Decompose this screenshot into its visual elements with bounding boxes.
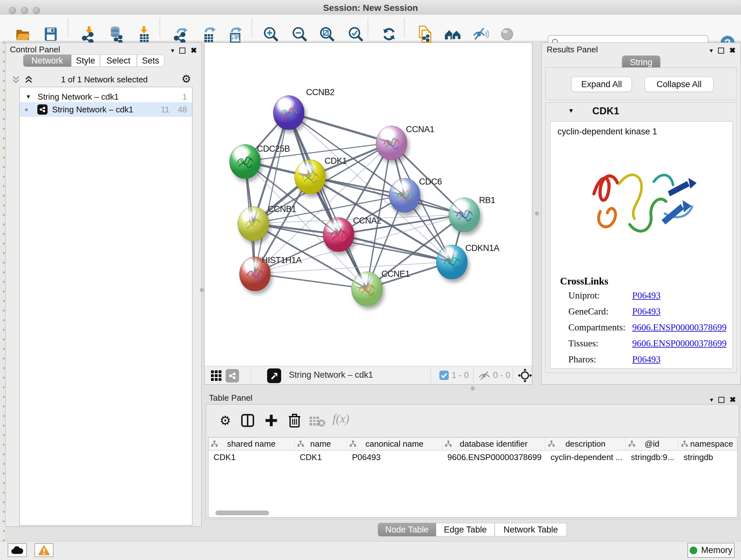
table-cell[interactable]: cyclin-dependent ... (545, 450, 626, 464)
collection-expand-arrow-icon[interactable]: ▼ (25, 94, 31, 100)
crosslink-link[interactable]: P06493 (632, 290, 661, 301)
hide-selected-icon[interactable] (472, 25, 489, 43)
table-cell[interactable]: CDK1 (294, 450, 347, 464)
float-panel-icon[interactable]: ▾ (171, 47, 174, 54)
network-node-cdk1[interactable] (294, 160, 326, 194)
function-builder-icon[interactable]: f(x) (333, 412, 349, 426)
network-label: String Network – cdk1 (52, 105, 133, 115)
maximize-panel-icon[interactable] (718, 397, 724, 403)
column-header[interactable]: description (545, 437, 626, 450)
column-header[interactable]: canonical name (347, 437, 442, 450)
float-panel-icon[interactable]: ▾ (710, 396, 713, 403)
close-panel-icon[interactable]: ✖ (729, 46, 736, 55)
crosslink-link[interactable]: 9606.ENSP00000378699 (632, 338, 727, 349)
crosslink-link[interactable]: P06493 (632, 306, 661, 317)
homes-icon[interactable] (444, 25, 461, 43)
tab-style[interactable]: Style (71, 55, 100, 67)
collapse-all-networks-icon[interactable] (11, 75, 21, 85)
import-table-icon[interactable] (135, 25, 152, 43)
close-panel-icon[interactable]: ✖ (191, 46, 197, 55)
zoom-selected-icon[interactable] (347, 25, 364, 43)
network-node-cdc25b[interactable] (229, 144, 261, 179)
close-panel-icon[interactable]: ✖ (730, 395, 736, 404)
warning-status-button[interactable] (35, 543, 54, 557)
export-network-icon[interactable] (172, 25, 190, 43)
expand-all-networks-icon[interactable] (24, 75, 33, 85)
delete-table-icon[interactable] (309, 415, 326, 428)
export-table-icon[interactable] (200, 25, 218, 43)
show-columns-icon[interactable] (241, 414, 255, 429)
save-session-icon[interactable] (42, 25, 59, 43)
network-node-ccnb1[interactable] (238, 206, 269, 241)
tab-network-table[interactable]: Network Table (495, 523, 567, 537)
network-node-cdkn1a[interactable] (436, 245, 468, 279)
column-header[interactable]: database identifier (442, 437, 545, 450)
network-node-cdc6[interactable] (389, 178, 420, 212)
cloud-status-button[interactable] (8, 543, 27, 557)
birdseye-view-icon[interactable] (267, 368, 281, 383)
crosslink-link[interactable]: 9606.ENSP00000378699 (632, 322, 727, 333)
network-options-gear-icon[interactable]: ⚙ (182, 73, 191, 84)
table-cell[interactable]: 9606.ENSP00000378699 (442, 450, 545, 464)
file-share-icon[interactable] (417, 25, 434, 43)
export-image-icon[interactable] (227, 25, 245, 43)
network-node-ccne1[interactable] (351, 272, 383, 306)
zoom-fit-icon[interactable] (319, 25, 336, 43)
open-session-icon[interactable] (14, 25, 31, 43)
add-column-icon[interactable] (264, 414, 278, 429)
background-window-edge (0, 41, 5, 560)
import-database-icon[interactable] (108, 25, 125, 43)
horizontal-splitter-handle[interactable] (471, 386, 475, 390)
tab-select[interactable]: Select (100, 55, 137, 67)
fit-content-crosshair-icon[interactable] (518, 368, 532, 384)
network-node-ccna1[interactable] (376, 126, 407, 160)
expand-all-button[interactable]: Expand All (571, 77, 632, 92)
collapse-all-button[interactable]: Collapse All (645, 77, 714, 92)
tab-sets[interactable]: Sets (137, 55, 164, 67)
section-collapse-arrow-icon[interactable]: ▼ (568, 107, 574, 114)
tab-edge-table[interactable]: Edge Table (436, 523, 495, 537)
column-header[interactable]: @id (626, 437, 678, 450)
maximize-panel-icon[interactable] (718, 48, 724, 54)
zoom-out-icon[interactable] (291, 25, 308, 43)
vertical-splitter-handle[interactable] (535, 211, 539, 215)
grid-view-icon[interactable] (210, 370, 222, 383)
vertical-splitter-handle[interactable] (200, 288, 204, 292)
toolbar-separator (252, 18, 252, 37)
maximize-panel-icon[interactable] (179, 48, 185, 54)
table-cell[interactable]: CDK1 (208, 450, 294, 464)
memory-button[interactable]: Memory (687, 543, 735, 558)
column-header[interactable]: name (294, 437, 347, 450)
delete-column-icon[interactable] (288, 413, 301, 429)
crosslink-row: Pharos:P06493 (568, 354, 728, 365)
horizontal-scrollbar[interactable] (215, 510, 269, 515)
column-tree-icon (297, 441, 304, 447)
table-row[interactable]: CDK1CDK1P064939606.ENSP00000378699cyclin… (208, 450, 737, 464)
network-node-rb1[interactable] (449, 198, 480, 232)
show-eye-icon[interactable] (498, 25, 516, 43)
network-canvas[interactable]: CCNB2CCNA1CDC25BCDK1CDC6RB1CCNB1CCNA2CDK… (205, 43, 532, 366)
hidden-eye-icon[interactable] (478, 371, 490, 381)
zoom-in-icon[interactable] (262, 25, 280, 43)
statusbar-separator (513, 368, 513, 383)
column-header-label: database identifier (460, 439, 528, 449)
import-network-icon[interactable] (80, 25, 98, 43)
float-panel-icon[interactable]: ▾ (710, 47, 713, 54)
table-options-gear-icon[interactable]: ⚙ (219, 414, 231, 427)
network-row[interactable]: ● String Network – cdk1 11 48 (20, 102, 192, 117)
tab-node-table[interactable]: Node Table (378, 523, 436, 537)
column-header[interactable]: shared name (208, 437, 294, 450)
network-node-ccna2[interactable] (323, 217, 354, 252)
network-node-ccnb2[interactable] (273, 96, 305, 130)
network-statusbar: String Network – cdk1 1 - 0 0 - 0 (205, 366, 532, 384)
refresh-icon[interactable] (381, 25, 398, 43)
network-share-icon[interactable] (226, 369, 239, 382)
table-cell[interactable]: P06493 (347, 450, 442, 464)
table-cell[interactable]: stringdb:9... (626, 450, 678, 464)
tab-network[interactable]: Network (23, 55, 71, 67)
column-header[interactable]: namespace (678, 437, 738, 450)
selected-checkbox-icon[interactable] (440, 371, 449, 380)
crosslink-link[interactable]: P06493 (632, 354, 661, 365)
column-tree-icon (445, 441, 452, 447)
table-cell[interactable]: stringdb (678, 450, 738, 464)
